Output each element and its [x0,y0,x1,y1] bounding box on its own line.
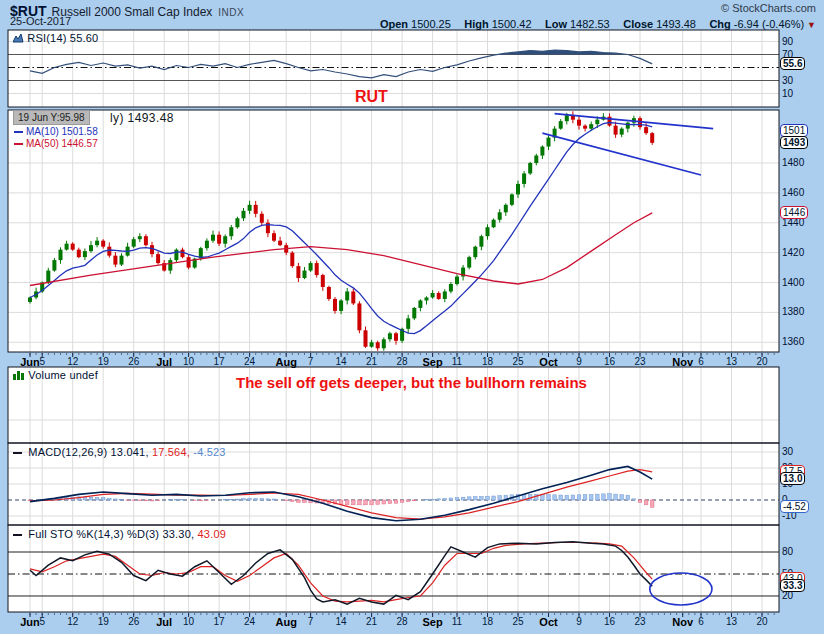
candle-up [418,300,422,307]
macd-hist-bar [382,500,386,504]
candle-down [351,291,355,303]
y-axis-label: 1360 [782,336,804,347]
macd-hist-bar [175,499,179,500]
price-chart-label: ly) 1493.48 [110,111,174,125]
candle-down [187,257,191,267]
candle-up [479,236,483,246]
candle-down [272,233,276,240]
ma10-legend: MA(10) 1501.58 [14,126,98,137]
candle-up [89,245,93,251]
y-axis-label: 30 [782,446,793,457]
candle-up [59,250,63,260]
macd-hist-bar [339,500,343,504]
macd-hist-bar [596,494,600,500]
candle-up [498,212,502,219]
chg-value: -6.94 (-0.46%) [734,18,804,30]
y-axis-label: 90 [782,36,793,47]
macd-hist-bar [480,496,484,500]
x-tick-label: 20 [756,356,767,367]
x-tick-label: 19 [98,616,109,627]
x-tick-label: 20 [756,616,767,627]
macd-hist-bar [553,495,557,500]
x-tick-label: 11 [452,356,462,367]
macd-hist-bar [650,500,654,507]
macd-hist-value: -4.523 [193,446,225,458]
macd-hist-bar [608,494,612,500]
candle-down [333,299,337,311]
macd-hist-bar [291,500,295,502]
low-label: Low [545,18,567,30]
ma10-line-icon [14,131,23,133]
macd-hist-bar [284,500,288,501]
high-value: 1500.42 [492,18,532,30]
macd-hist-bar [565,495,569,500]
sto-signal-value: 43.09 [198,528,227,540]
macd-hist-bar [156,500,160,501]
candle-up [431,293,435,297]
macd-hist-bar [254,499,258,500]
close-label: Close [623,18,653,30]
x-tick-label: Sep [423,356,443,368]
macd-hist-bar [589,494,593,500]
x-tick-label: Aug [275,356,296,368]
macd-hist-bar [303,500,307,503]
x-tick-label: 10 [183,356,194,367]
candle-up [211,235,215,241]
value-bubble: 33.3 [780,579,805,592]
x-tick-label: 10 [183,616,194,627]
macd-hist-bar [614,494,618,500]
x-tick-label: Oct [539,616,557,628]
candle-up [528,163,532,173]
macd-hist-bar [230,499,234,500]
candle-down [144,236,148,245]
candle-up [486,227,490,236]
x-tick-label: 21 [366,616,377,627]
candle-down [437,293,441,299]
x-tick-label: 6 [698,616,704,627]
volume-legend: Volume undef [13,369,98,381]
candle-down [327,287,331,299]
candle-up [516,184,520,194]
macd-hist-bar [437,499,441,500]
macd-hist-bar [266,499,270,500]
sto-line-icon [13,534,22,536]
candle-up [559,121,563,128]
x-tick-label: 9 [576,616,582,627]
macd-hist-bar [547,495,551,500]
macd-hist-bar [644,500,648,505]
candle-up [46,271,50,283]
candle-down [217,235,221,244]
macd-hist-bar [632,499,636,500]
close-value: 1493.48 [656,18,696,30]
macd-line-icon [13,452,22,454]
candle-up [492,220,496,227]
rsi-label: RSI(14) 55.60 [27,32,98,44]
candle-down [156,254,160,263]
candle-down [71,244,75,250]
macd-hist-bar [431,499,435,500]
candle-down [650,133,654,143]
macd-signal-value: 17.564, [152,446,190,458]
macd-hist-bar [602,494,606,500]
x-tick-label: 24 [244,356,255,367]
macd-hist-bar [394,500,398,503]
candle-down [376,342,380,348]
x-tick-label: 18 [482,356,493,367]
candle-up [547,138,551,147]
macd-hist-bar [443,498,447,500]
crosshair-tooltip: 19 Jun Y:95.98 [13,110,90,125]
x-tick-label: 14 [336,356,347,367]
macd-hist-bar [577,495,581,500]
candle-up [138,236,142,239]
x-tick-label: 14 [336,616,347,627]
candle-up [229,227,233,236]
ma50-label: MA(50) 1446.57 [26,138,98,149]
x-tick-label: 16 [604,356,615,367]
macd-hist-bar [297,500,301,502]
candle-up [382,339,386,348]
x-tick-label: Nov [672,616,693,628]
x-tick-label: 6 [698,356,704,367]
macd-hist-bar [638,500,642,502]
value-bubble: 13.0 [780,472,805,485]
y-axis-label: 1480 [782,157,804,168]
